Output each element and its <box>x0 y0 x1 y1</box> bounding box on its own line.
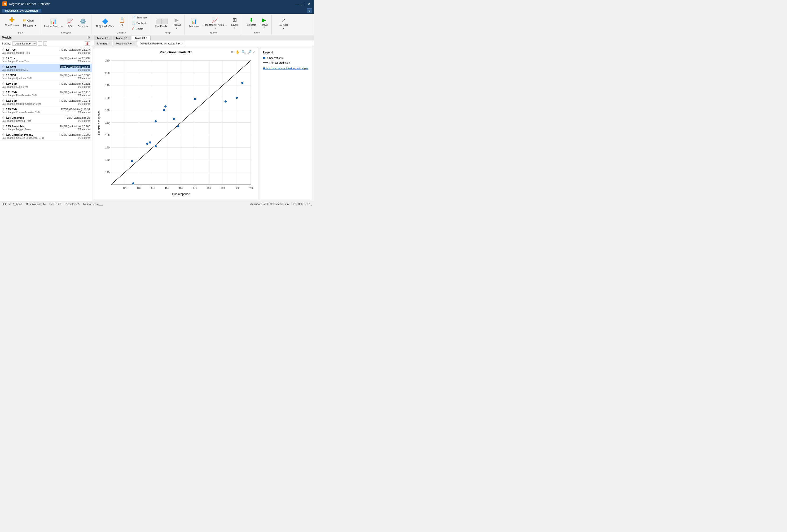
summary-button[interactable]: 📄 Summary <box>130 15 149 20</box>
model-name-3-11: ☆ 3.11 SVM <box>2 90 17 94</box>
pca-button[interactable]: 📈 PCA <box>65 16 75 30</box>
star-icon: ☆ <box>2 99 5 103</box>
all-quick-train-button[interactable]: 🔷 All Quick-To-Train <box>94 16 116 30</box>
summary-tab[interactable]: Summary × <box>94 41 112 46</box>
export-buttons: ↗ EXPORT ▼ <box>274 15 293 31</box>
main-area: Models ⚙ Sort by: Model Number ↑ ↓ 🗑 ☆ 3… <box>0 35 314 201</box>
delete-button[interactable]: 🗑 Delete <box>130 26 149 31</box>
status-bar: Data set: 1_Aport Observations: 14 Size:… <box>0 201 314 207</box>
duplicate-icon: 📑 <box>132 21 135 25</box>
clear-sort-button[interactable]: 🗑 <box>85 41 90 46</box>
export-icon: ↗ <box>281 17 285 23</box>
settings-icon[interactable]: ⚙ <box>87 36 90 39</box>
sort-desc-button[interactable]: ↓ <box>43 41 47 46</box>
star-icon: ☆ <box>2 133 5 136</box>
window-title: Regression Learner - untitled* <box>9 2 50 6</box>
optimizer-button[interactable]: ⚙️ Optimizer <box>76 16 90 30</box>
predicted-actual-tab[interactable]: Validation Predicted vs. Actual Plot × <box>138 41 185 46</box>
svg-point-58 <box>236 97 238 99</box>
features-label: 3/5 features <box>78 60 90 63</box>
last-change-label: Last change: Quadratic SVM <box>2 77 32 80</box>
model-item-3-15[interactable]: ☆ 3.15 EnsembleRMSE (Validation): 25.106… <box>0 124 92 132</box>
svg-text:120: 120 <box>105 171 109 174</box>
model-item-3-8[interactable]: ☆ 3.8 SVMRMSE (Validation): 12.834Last c… <box>0 64 92 72</box>
model-tab-3-8[interactable]: Model 3.8 <box>132 36 151 40</box>
duplicate-button[interactable]: 📑 Duplicate <box>130 21 149 25</box>
file-small-btns: 📂 Open 💾 Save ▼ <box>21 18 38 28</box>
test-group: ⬇ Test Data ▼ ▶ Test All ▼ TEST <box>242 15 272 35</box>
svg-point-50 <box>154 120 157 123</box>
zoom-out-btn[interactable]: 🔎 <box>247 50 252 54</box>
summary-icon: 📄 <box>132 16 135 19</box>
model-tab-2-1[interactable]: Model 2.1 <box>94 36 112 40</box>
use-parallel-button[interactable]: ⬜⬜ Use Parallel <box>154 16 170 30</box>
help-button[interactable]: ? <box>307 8 312 13</box>
predicted-actual-tab-close[interactable]: × <box>181 42 183 45</box>
models-small-btns: 📄 Summary 📑 Duplicate 🗑 Delete <box>128 15 149 31</box>
save-icon: 💾 <box>23 24 26 27</box>
model-item-3-16[interactable]: ☆ 3.16 Gaussian Proce...RMSE (Validation… <box>0 132 92 140</box>
test-all-button[interactable]: ▶ Test All ▼ <box>259 16 270 30</box>
new-session-button[interactable]: ✚ New Session ▼ <box>3 16 20 30</box>
svg-text:190: 190 <box>105 84 109 87</box>
all-dropdown-arrow: ▼ <box>121 27 123 29</box>
pan-tool-btn[interactable]: ✋ <box>235 50 240 54</box>
regression-learner-tab[interactable]: REGRESSION LEARNER <box>2 9 41 13</box>
how-to-use-link[interactable]: How to use the predicted vs. actual plot <box>263 67 309 70</box>
model-detail-row-3-13: Last change: Coarse Gaussian SVM3/5 feat… <box>2 111 90 114</box>
model-detail-row-3-11: Last change: Fine Gaussian SVM3/5 featur… <box>2 94 90 97</box>
reset-view-btn[interactable]: ⌂ <box>253 50 256 54</box>
open-button[interactable]: 📂 Open <box>21 18 38 23</box>
close-button[interactable]: ✕ <box>307 1 312 6</box>
summary-tab-close[interactable]: × <box>108 42 110 45</box>
layout-button[interactable]: ⊞ Layout ▼ <box>230 16 240 30</box>
svg-text:130: 130 <box>137 186 141 190</box>
maximize-button[interactable]: □ <box>301 1 305 6</box>
model-tabs: Model 2.1 Model 3.1 Model 3.8 <box>92 35 314 40</box>
model-item-3-13[interactable]: ☆ 3.13 SVMRMSE (Validation): 18.94Last c… <box>0 106 92 115</box>
draw-tool-btn[interactable]: ✏ <box>230 50 234 54</box>
features-label: 3/5 features <box>78 111 90 114</box>
predicted-actual-button[interactable]: 📈 Predicted vs. Actual ... ▼ <box>202 16 229 30</box>
svg-text:200: 200 <box>235 186 239 190</box>
model-item-3-10[interactable]: ☆ 3.10 SVMRMSE (Validation): 69.823Last … <box>0 81 92 89</box>
plots-label: PLOTS <box>210 31 217 35</box>
svg-point-57 <box>225 100 227 103</box>
use-parallel-icon: ⬜⬜ <box>155 18 168 25</box>
model-item-3-14[interactable]: ☆ 3.14 EnsembleRMSE (Validation): 26Last… <box>0 115 92 124</box>
svg-text:180: 180 <box>207 186 211 190</box>
model-rmse-3-7: RMSE (Validation): 25.237 <box>60 57 90 60</box>
save-button[interactable]: 💾 Save ▼ <box>21 23 38 28</box>
model-item-3-12[interactable]: ☆ 3.12 SVMRMSE (Validation): 19.271Last … <box>0 98 92 106</box>
svg-text:210: 210 <box>249 186 253 190</box>
all-button[interactable]: 📋 All ▼ <box>117 16 127 30</box>
model-item-3-11[interactable]: ☆ 3.11 SVMRMSE (Validation): 25.218Last … <box>0 89 92 98</box>
export-button[interactable]: ↗ EXPORT ▼ <box>274 16 293 30</box>
response-plot-tab-close[interactable]: × <box>133 42 134 45</box>
svg-text:150: 150 <box>105 134 109 136</box>
models-label: MODELS <box>117 31 127 35</box>
sort-asc-button[interactable]: ↑ <box>38 41 42 46</box>
zoom-in-btn[interactable]: 🔍 <box>241 50 246 54</box>
svg-point-48 <box>146 142 149 145</box>
svg-text:210: 210 <box>105 59 109 62</box>
window-controls: — □ ✕ <box>295 1 312 6</box>
sort-select[interactable]: Model Number <box>12 41 37 46</box>
minimize-button[interactable]: — <box>295 1 299 6</box>
svg-point-46 <box>131 160 133 162</box>
model-item-3-7[interactable]: ☆ 3.7 TreeRMSE (Validation): 25.237Last … <box>0 55 92 64</box>
response-button[interactable]: 📊 Response <box>187 16 201 30</box>
model-detail-row-3-9: Last change: Quadratic SVM3/5 features <box>2 77 90 80</box>
legend-line-icon <box>263 62 268 63</box>
model-item-3-6[interactable]: ☆ 3.6 TreeRMSE (Validation): 25.237Last … <box>0 47 92 55</box>
features-label: 3/5 features <box>78 77 90 80</box>
test-data-button[interactable]: ⬇ Test Data ▼ <box>244 16 258 30</box>
response-plot-tab[interactable]: Response Plot × <box>113 41 137 46</box>
feature-selection-button[interactable]: 📊 Feature Selection <box>42 16 64 30</box>
model-detail-row-3-8: Last change: Linear SVM3/5 features <box>2 69 90 71</box>
model-item-3-9[interactable]: ☆ 3.9 SVMRMSE (Validation): 13.565Last c… <box>0 72 92 81</box>
pca-label: PCA <box>68 25 72 28</box>
train-all-button[interactable]: ▶ Train All ▼ <box>171 16 183 30</box>
model-tab-3-1[interactable]: Model 3.1 <box>112 36 131 40</box>
star-icon: ☆ <box>2 107 5 111</box>
